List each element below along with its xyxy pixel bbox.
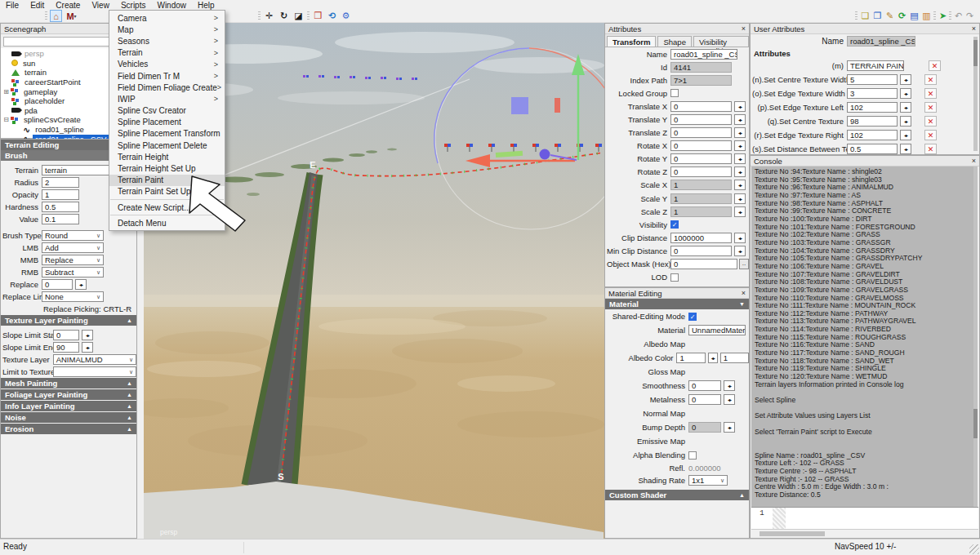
export-icon[interactable]: ➤ — [937, 10, 949, 22]
menu-item-spline-placement-delete[interactable]: Spline Placement Delete — [109, 140, 225, 151]
lmb-select[interactable]: Add∨ — [42, 242, 104, 253]
menu-item-camera[interactable]: Camera> — [109, 12, 225, 24]
attr-n-input[interactable]: 5 — [847, 74, 898, 85]
delete-attr-button[interactable]: ✕ — [924, 130, 937, 140]
delete-attr-button[interactable]: ✕ — [924, 88, 937, 99]
slope-limit-start-input[interactable]: 0 — [53, 330, 79, 340]
menu-view[interactable]: View — [86, 1, 115, 10]
hardness-input[interactable]: 0.5 — [42, 202, 79, 212]
undo-icon[interactable]: ↶ — [952, 10, 964, 22]
toolbar-grip[interactable] — [949, 11, 951, 21]
materials-icon[interactable]: M▾ — [65, 10, 78, 22]
radius-input[interactable]: 2 — [42, 177, 79, 188]
tab-visibility-condition[interactable]: Visibility Condition — [693, 36, 749, 47]
stepper[interactable]: ◂▸ — [900, 74, 911, 85]
menu-item-spline-placement-transform[interactable]: Spline Placement Transform — [109, 128, 225, 140]
menu-item-field-dimen-foliage-create[interactable]: Field Dimen Foliage Create> — [109, 82, 225, 93]
stepper[interactable]: ◂▸ — [724, 380, 735, 391]
gear-icon[interactable]: ⚙ — [340, 10, 352, 22]
attr-p-input[interactable]: 102 — [847, 102, 898, 113]
console-scrollbar[interactable] — [973, 166, 978, 507]
menu-item-terrain-height-set-up[interactable]: Terrain Height Set Up — [109, 162, 225, 174]
menu-scripts[interactable]: Scripts — [115, 1, 152, 10]
stepper[interactable]: ◂▸ — [724, 394, 735, 405]
rotate-tool-icon[interactable]: ↻ — [278, 10, 290, 22]
stepper[interactable]: ◂▸ — [734, 101, 746, 112]
tab-transform[interactable]: Transform — [607, 36, 656, 47]
scale-tool-icon[interactable]: ◪ — [292, 10, 305, 22]
toolbar-grip[interactable] — [307, 11, 310, 21]
noise-header[interactable]: Noise▲ — [1, 412, 136, 423]
attr-s-input[interactable]: 0.5 — [847, 144, 898, 154]
close-icon[interactable]: × — [742, 24, 746, 33]
package-icon[interactable]: ❒ — [312, 10, 324, 22]
expand-icon[interactable]: ⊞ — [2, 88, 10, 95]
toolbar-grip[interactable] — [933, 11, 936, 21]
stepper[interactable]: ◂▸ — [734, 246, 746, 256]
metalness-input[interactable]: 0 — [688, 394, 721, 405]
delete-attr-button[interactable]: ✕ — [924, 116, 937, 127]
albedo-color-r-input[interactable]: 1 — [676, 353, 705, 363]
menu-item-detach-menu[interactable]: Detach Menu — [109, 217, 225, 229]
collapse-icon[interactable]: ⊟ — [2, 116, 10, 123]
redo-icon[interactable]: ↷ — [964, 10, 976, 22]
stepper[interactable]: ◂▸ — [734, 166, 746, 177]
toolbar-grip[interactable] — [258, 11, 261, 21]
stepper[interactable]: ◂▸ — [734, 180, 746, 190]
stepper[interactable]: ◂▸ — [734, 233, 746, 243]
mmb-select[interactable]: Replace∨ — [42, 255, 104, 265]
min-clip-distance-input[interactable]: 0 — [670, 246, 732, 256]
menu-window[interactable]: Window — [151, 1, 192, 10]
stepper[interactable]: ◂▸ — [734, 114, 746, 125]
close-icon[interactable]: × — [972, 24, 976, 33]
scrollbar-thumb[interactable] — [973, 40, 978, 66]
stepper[interactable]: ◂▸ — [724, 422, 735, 433]
scrollbar-thumb[interactable] — [760, 531, 825, 536]
gloss-map-slot[interactable]: Gloss Map — [605, 365, 749, 379]
rotate-z-input[interactable]: 0 — [670, 166, 732, 177]
save-icon[interactable]: ▤ — [908, 10, 920, 22]
rotate-x-input[interactable]: 0 — [670, 140, 732, 151]
visibility-checkbox[interactable]: ✓ — [670, 220, 679, 229]
replace-input[interactable]: 0 — [42, 279, 73, 290]
material-name-input[interactable]: UnnamedMaterial — [688, 325, 746, 335]
console-hscrollbar[interactable] — [751, 529, 978, 537]
translate-z-input[interactable]: 0 — [670, 127, 732, 138]
attr-m-input[interactable]: TERRAIN PAINT — [847, 60, 904, 71]
brush-type-select[interactable]: Round∨ — [42, 230, 104, 241]
tab-shape[interactable]: Shape — [657, 36, 691, 47]
sync-icon[interactable]: ⟲ — [326, 10, 338, 22]
scrollbar[interactable] — [973, 37, 978, 151]
clip-distance-input[interactable]: 1000000 — [670, 233, 732, 243]
menu-item-terrain[interactable]: Terrain> — [109, 47, 225, 59]
stepper[interactable]: ◂▸ — [900, 144, 911, 154]
info-layer-painting-header[interactable]: Info Layer Painting▲ — [1, 401, 136, 411]
move-tool-icon[interactable]: ✛ — [263, 10, 275, 22]
albedo-color-a-input[interactable]: 1 — [720, 353, 749, 363]
menu-item-terrain-height[interactable]: Terrain Height — [109, 151, 225, 162]
menu-help[interactable]: Help — [192, 1, 220, 10]
open-folder-icon[interactable]: ❐ — [871, 10, 884, 22]
attr-o-input[interactable]: 3 — [847, 88, 898, 99]
limit-to-texture-select[interactable]: ∨ — [53, 366, 136, 377]
lod-checkbox[interactable] — [670, 273, 679, 282]
shared-editing-mode-checkbox[interactable]: ✓ — [688, 313, 697, 321]
object-mask-more-button[interactable]: .. — [739, 259, 749, 269]
custom-shader-header[interactable]: Custom Shader▲ — [605, 490, 749, 500]
new-file-icon[interactable]: ❏ — [859, 10, 871, 22]
stepper[interactable]: ◂▸ — [708, 353, 718, 363]
menu-item-field-dimen-tr-m[interactable]: Field Dimen Tr M> — [109, 70, 225, 82]
stepper[interactable]: ◂▸ — [734, 127, 746, 138]
object-mask-input[interactable]: 0 — [670, 259, 737, 269]
stepper[interactable]: ◂▸ — [900, 116, 911, 127]
foliage-layer-painting-header[interactable]: Foliage Layer Painting▲ — [1, 389, 136, 400]
normal-map-slot[interactable]: Normal Map — [605, 406, 749, 420]
save-as-icon[interactable]: ▥ — [920, 10, 933, 22]
menu-item-create-new-script[interactable]: Create New Script... — [109, 202, 225, 213]
delete-attr-button[interactable]: ✕ — [924, 74, 937, 85]
texture-layer-select[interactable]: ANIMALMUD∨ — [53, 354, 136, 365]
toolbar-grip[interactable] — [855, 11, 858, 21]
replace-limit-select[interactable]: None∨ — [42, 291, 104, 302]
albedo-map-slot[interactable]: Albedo Map — [605, 337, 749, 351]
home-icon[interactable]: ⌂ — [50, 10, 62, 22]
